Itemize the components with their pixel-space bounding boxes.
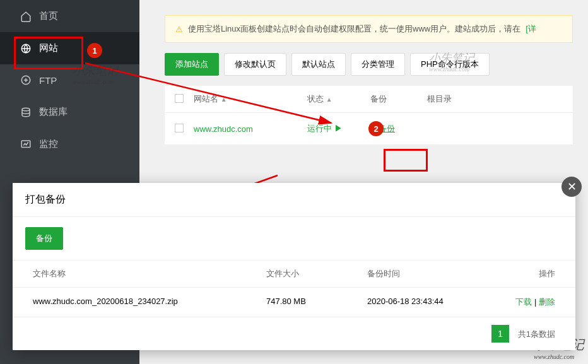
main-content: ⚠ 使用宝塔Linux面板创建站点时会自动创建权限配置，统一使用www用户。建站…	[139, 15, 588, 144]
svg-point-2	[22, 108, 30, 111]
column-filesize: 文件大小	[266, 268, 367, 279]
alert-banner: ⚠ 使用宝塔Linux面板创建站点时会自动创建权限配置，统一使用www用户。建站…	[165, 15, 573, 43]
sort-icon[interactable]: ▲	[221, 96, 227, 103]
sidebar-item-monitor[interactable]: 监控	[0, 128, 139, 160]
backup-modal: 打包备份 ✕ 备份 文件名称 文件大小 备份时间 操作 www.zhudc.co…	[13, 183, 575, 350]
modal-table-header: 文件名称 文件大小 备份时间 操作	[13, 260, 575, 288]
sidebar-label: 网站	[39, 42, 58, 54]
backup-button[interactable]: 备份	[25, 227, 63, 250]
sidebar-label: 数据库	[39, 106, 68, 118]
toolbar: 添加站点 修改默认页 默认站点 分类管理 PHP命令行版本	[139, 53, 588, 86]
delete-link[interactable]: 删除	[539, 297, 555, 307]
sidebar-item-database[interactable]: 数据库	[0, 96, 139, 128]
backup-time: 2020-06-18 23:43:44	[367, 296, 506, 308]
row-checkbox[interactable]	[175, 124, 184, 132]
modal-title: 打包备份	[25, 193, 66, 206]
home-icon	[20, 11, 32, 22]
sort-icon[interactable]: ▲	[326, 96, 332, 103]
sidebar-item-home[interactable]: 首页	[0, 0, 139, 32]
site-name-link[interactable]: www.zhudc.com	[194, 124, 253, 134]
close-icon[interactable]: ✕	[562, 177, 582, 197]
table-row: www.zhudc.com_20200618_234027.zip 747.80…	[13, 288, 575, 317]
alert-link[interactable]: [详	[526, 23, 536, 35]
status-badge: 运行中 ▶	[307, 124, 343, 133]
pagination: 1 共1条数据	[13, 317, 575, 350]
annotation-badge-1: 1	[87, 43, 102, 58]
backup-filename: www.zhudc.com_20200618_234027.zip	[33, 296, 266, 308]
globe-icon	[20, 43, 32, 54]
page-info: 共1条数据	[518, 329, 555, 339]
annotation-badge-2: 2	[368, 121, 384, 136]
warning-icon: ⚠	[175, 25, 183, 34]
page-number[interactable]: 1	[491, 325, 509, 343]
column-status[interactable]: 状态	[307, 94, 324, 103]
php-version-button[interactable]: PHP命令行版本	[410, 53, 490, 76]
column-root[interactable]: 根目录	[427, 94, 452, 103]
column-name[interactable]: 网站名	[194, 94, 218, 103]
column-time: 备份时间	[367, 268, 506, 279]
column-ops: 操作	[506, 268, 555, 279]
annotation-box	[384, 149, 428, 172]
backup-size: 747.80 MB	[266, 296, 367, 308]
category-button[interactable]: 分类管理	[351, 53, 405, 76]
modal-header: 打包备份	[13, 183, 575, 217]
sidebar-label: 首页	[39, 10, 58, 22]
table-header: 网站名 ▲ 状态 ▲ 备份 根目录	[165, 86, 573, 113]
monitor-icon	[20, 139, 32, 150]
database-icon	[20, 107, 32, 118]
download-link[interactable]: 下载	[515, 297, 532, 307]
alert-text: 使用宝塔Linux面板创建站点时会自动创建权限配置，统一使用www用户。建站成功…	[188, 23, 520, 35]
column-filename: 文件名称	[33, 268, 266, 279]
site-table: 网站名 ▲ 状态 ▲ 备份 根目录 www.zhudc.com 运行中 ▶ 有备…	[165, 86, 573, 144]
sidebar-item-ftp[interactable]: FTP	[0, 64, 139, 96]
sidebar-label: 监控	[39, 138, 58, 150]
select-all-checkbox[interactable]	[175, 94, 184, 103]
default-page-button[interactable]: 修改默认页	[224, 53, 286, 76]
default-site-button[interactable]: 默认站点	[291, 53, 346, 76]
ftp-icon	[20, 74, 32, 86]
sidebar-label: FTP	[39, 75, 57, 86]
column-backup[interactable]: 备份	[370, 94, 387, 103]
sidebar-item-website[interactable]: 网站	[0, 32, 139, 64]
add-site-button[interactable]: 添加站点	[165, 53, 219, 76]
